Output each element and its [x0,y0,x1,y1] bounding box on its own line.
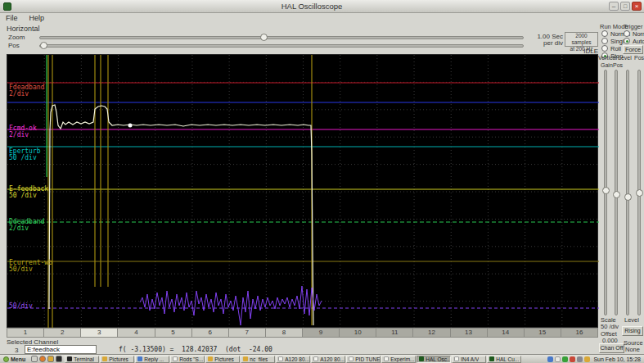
battery-icon[interactable] [584,356,590,362]
vertical-pos-slider-handle[interactable] [613,191,620,198]
channel-tab-5[interactable]: 5 [155,328,192,338]
folder-icon [243,356,248,361]
system-tray [544,356,593,362]
folder-icon[interactable] [47,356,54,362]
channel-label-ddeadband: Ddeadband2/div [9,219,44,232]
taskbar-window-pictures[interactable]: Pictures [100,356,134,363]
channel-tab-3[interactable]: 3 [81,328,118,338]
maximize-button[interactable] [620,2,630,11]
close-button[interactable] [632,2,642,11]
menu-button[interactable]: Menu [0,355,29,363]
file-icon [173,356,178,361]
taskbar-window-in4-a-v[interactable]: IN4 A/V [452,356,486,363]
menu-logo-icon [3,356,9,362]
channel-tab-10[interactable]: 10 [340,328,376,338]
trigger-mode-normal[interactable]: Normal [624,30,644,38]
menu-help[interactable]: Help [24,14,51,22]
radio-icon [601,30,608,37]
bluetooth-icon[interactable] [547,356,553,362]
trigger-level-readout-label: Level [624,316,639,324]
file-icon [384,356,389,361]
radio-icon [601,38,608,44]
horizontal-section-label: Horizontal [7,25,40,33]
clock: Sun Feb 10, 15:28 [593,356,644,362]
trigger-mode-label: Auto [633,38,644,45]
vertical-gain-label: Gain [601,62,613,68]
channel-tab-13[interactable]: 13 [451,328,488,338]
channel-tab-8[interactable]: 8 [266,328,303,338]
taskbar-window-hal-cu[interactable]: HAL Cu... [487,356,521,363]
pos-slider[interactable] [39,44,524,48]
channel-label-fcmd-ok: Fcmd-ok2/div [9,125,37,138]
update-icon[interactable] [562,356,568,362]
taskbar-window-label: PID TUNE [355,356,380,362]
menu-file[interactable]: File [0,14,24,22]
channel-tab-7[interactable]: 7 [229,328,266,338]
show-desktop-icon[interactable] [31,356,38,362]
trigger-level-slider[interactable] [626,70,629,315]
volume-icon[interactable] [577,356,583,362]
taskbar-window-label: Terminal [74,356,94,362]
zoom-slider-handle[interactable] [260,34,268,41]
taskbar-window-pid-tune[interactable]: PID TUNE [346,356,381,363]
samples-value: 2000 samples [565,33,597,46]
taskbar-window-label: IN4 A/V [461,356,479,362]
channel-tab-6[interactable]: 6 [192,328,229,338]
taskbar-window-nc-files[interactable]: nc_files [241,356,275,363]
taskbar-window-hal-osc[interactable]: HAL Osc... [417,356,451,363]
trigger-source-value: None [625,346,640,353]
chan-off-button[interactable]: Chan Off [599,343,624,353]
pos-slider-handle[interactable] [40,42,47,49]
zoom-slider[interactable] [39,36,524,39]
taskbar-window-experim[interactable]: Experim... [381,356,416,363]
pos-label: Pos [8,42,20,49]
radio-icon [601,45,608,52]
window-icon [3,2,11,11]
taskbar-window-rods-s[interactable]: Rods "S... [170,356,205,363]
gain-slider-handle[interactable] [602,187,610,194]
taskbar-window-terminal[interactable]: Terminal [65,356,99,363]
titlebar[interactable]: HAL Oscilloscope [0,0,644,13]
channel-tab-1[interactable]: 1 [7,328,44,338]
channel-tab-14[interactable]: 14 [488,328,525,338]
taskbar-window-reply[interactable]: Reply ... [135,356,169,363]
channel-source-input[interactable]: E:feedback [25,345,97,354]
taskbar-window-pictures[interactable]: Pictures [205,356,240,363]
trigger-mode-auto[interactable]: Auto [624,38,644,45]
cursor-readout: f( -3.13500) = 128.42037 (dot -24.00 [119,346,272,353]
scale-value: 50 /div [601,323,619,330]
radio-icon [624,30,630,37]
taskbar-window-label: Rods "S... [179,356,203,362]
folder-icon [208,356,213,361]
trigger-level-slider-handle[interactable] [624,193,632,201]
channel-label-e-feedback: E-feedback50 /div [9,186,48,199]
channel-tab-2[interactable]: 2 [44,328,81,338]
channel-tab-12[interactable]: 12 [413,328,450,338]
trigger-pos-slider-handle[interactable] [636,189,643,197]
message-icon[interactable] [570,356,575,362]
taskbar-window-label: A120 80... [320,356,345,362]
taskbar-window-label: nc_files [250,356,268,362]
selected-channel-number: 3 [15,347,18,354]
trigger-level-label: Level [618,55,632,61]
taskbar-window-a120-80[interactable]: A120 80... [276,356,310,363]
terminal-icon[interactable] [56,356,62,362]
minimize-button[interactable] [609,2,619,11]
channel-tab-11[interactable]: 11 [376,328,413,338]
channel-tab-4[interactable]: 4 [118,328,155,338]
menu-button-label: Menu [11,356,25,362]
taskbar-window-a120-80[interactable]: A120 80... [311,356,345,363]
menubar: FileHelp [0,14,50,25]
trigger-edge-button[interactable]: Rising [622,326,643,336]
channel-tab-bar: 12345678910111213141516 [7,328,598,338]
force-button[interactable]: Force [623,45,643,54]
channel-tab-9[interactable]: 9 [303,328,340,338]
mail-icon [137,356,142,361]
sample-info-box: 2000 samples at 200 Hz [565,32,598,47]
file-icon [278,356,283,361]
channel-tab-15[interactable]: 15 [525,328,561,338]
clipboard-icon[interactable] [555,356,561,362]
channel-tab-16[interactable]: 16 [561,328,598,338]
browser-icon[interactable] [39,356,46,362]
channel-label-eperturb: Eperturb50 /div [9,148,41,161]
